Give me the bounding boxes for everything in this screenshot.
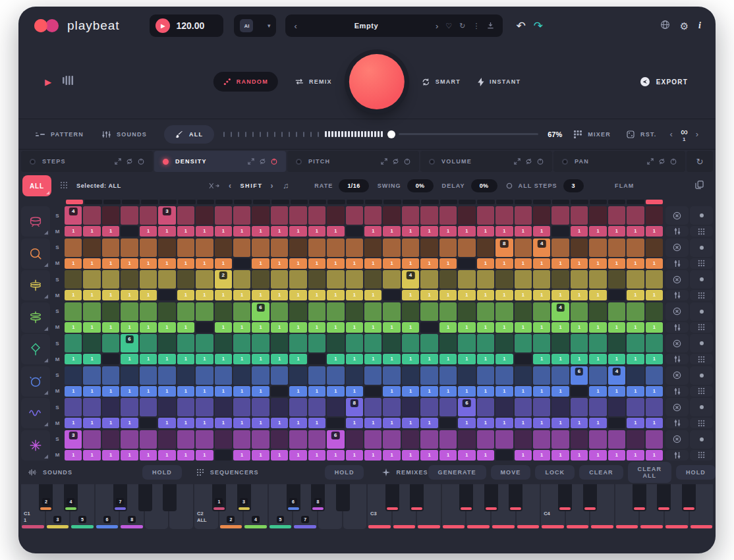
step-value[interactable]: 1	[515, 290, 532, 300]
piano-black-key[interactable]: 7	[113, 484, 127, 511]
step-value[interactable]: 1	[83, 322, 100, 333]
note-value-icon[interactable]: ♫	[283, 181, 289, 190]
step-value[interactable]: 1	[140, 322, 157, 333]
step-value[interactable]: 1	[121, 258, 138, 269]
select-all-button[interactable]: ALL	[22, 175, 51, 196]
density-step[interactable]	[121, 270, 138, 289]
density-step[interactable]	[140, 206, 157, 225]
density-step[interactable]	[289, 366, 306, 385]
track-random-button[interactable]	[690, 398, 713, 416]
density-step[interactable]	[458, 206, 475, 225]
step-value[interactable]: 1	[121, 386, 138, 397]
density-step[interactable]	[233, 430, 250, 449]
density-step[interactable]	[215, 366, 232, 385]
step-value[interactable]	[271, 386, 288, 397]
bpm-display[interactable]: ▶ 120.00	[150, 14, 223, 37]
solo-button[interactable]: S	[55, 302, 59, 321]
piano-black-key[interactable]	[583, 484, 597, 511]
step-value[interactable]	[439, 418, 457, 428]
track-random-button[interactable]	[690, 238, 713, 257]
step-value[interactable]: 1	[477, 386, 494, 397]
density-step[interactable]	[158, 398, 175, 416]
loop-icon[interactable]	[392, 158, 399, 165]
density-step[interactable]	[158, 302, 175, 321]
density-step[interactable]	[158, 270, 175, 289]
step-value[interactable]: 1	[571, 354, 588, 364]
density-step[interactable]	[271, 206, 288, 225]
step-value[interactable]: 1	[177, 258, 194, 269]
piano-black-key[interactable]	[633, 484, 646, 511]
step-value[interactable]: 1	[627, 226, 644, 237]
step-value[interactable]: 1	[346, 418, 363, 428]
ai-dropdown[interactable]: AI ▾	[234, 14, 276, 37]
fx-icon[interactable]	[21, 430, 50, 461]
step-value[interactable]: 1	[65, 226, 82, 237]
density-step[interactable]	[83, 398, 100, 416]
waveform-icon[interactable]	[21, 398, 50, 428]
density-step[interactable]	[439, 206, 457, 225]
step-value[interactable]: 1	[140, 226, 157, 237]
density-step[interactable]	[515, 302, 532, 321]
step-value[interactable]: 1	[420, 354, 438, 364]
step-value[interactable]: 1	[551, 322, 569, 333]
remix-mode-button[interactable]: REMIX	[295, 78, 332, 85]
track-mixer-button[interactable]	[665, 450, 689, 461]
density-step[interactable]	[233, 270, 250, 289]
density-step[interactable]: 2	[215, 270, 232, 289]
step-value[interactable]: 1	[364, 226, 381, 237]
track-mixer-button[interactable]	[665, 258, 689, 269]
step-value[interactable]: 1	[196, 386, 213, 397]
density-step[interactable]	[477, 238, 494, 257]
step-value[interactable]: 1	[608, 386, 625, 397]
density-step[interactable]	[589, 302, 606, 321]
step-value[interactable]: 1	[383, 386, 400, 397]
piano-black-key[interactable]: 2	[39, 484, 53, 511]
density-step[interactable]	[252, 398, 269, 416]
density-step[interactable]	[102, 238, 119, 257]
step-value[interactable]: 1	[477, 354, 494, 364]
step-value[interactable]: 1	[327, 322, 344, 333]
random-mode-button[interactable]: RANDOM	[213, 72, 278, 92]
density-step[interactable]	[233, 238, 250, 257]
density-step[interactable]	[177, 334, 194, 352]
shift-right-button[interactable]: ›	[271, 181, 275, 190]
density-step[interactable]	[196, 206, 213, 225]
density-step[interactable]	[121, 398, 138, 416]
step-value[interactable]: 1	[589, 322, 606, 333]
mute-button[interactable]: M	[55, 354, 60, 364]
mute-button[interactable]: M	[55, 450, 60, 461]
step-value[interactable]: 1	[289, 322, 306, 333]
step-value[interactable]: 1	[177, 418, 194, 428]
density-step[interactable]	[477, 206, 494, 225]
step-value[interactable]: 1	[420, 418, 438, 428]
step-value[interactable]: 1	[83, 450, 100, 461]
density-step[interactable]	[271, 366, 288, 385]
density-step[interactable]	[646, 302, 663, 321]
step-value[interactable]: 1	[308, 226, 325, 237]
density-step[interactable]	[589, 398, 606, 416]
density-step[interactable]	[327, 206, 344, 225]
track-clear-button[interactable]	[665, 398, 689, 416]
density-step[interactable]	[346, 206, 363, 225]
preset-prev-button[interactable]: ‹	[294, 22, 296, 30]
step-value[interactable]: 1	[83, 226, 100, 237]
density-step[interactable]	[252, 366, 269, 385]
density-step[interactable]	[533, 206, 550, 225]
step-value[interactable]: 1	[140, 290, 157, 300]
regenerate-all-button[interactable]: ↻	[687, 151, 713, 172]
density-step[interactable]	[589, 334, 606, 352]
step-value[interactable]: 1	[252, 418, 269, 428]
density-step[interactable]	[215, 334, 232, 352]
density-step[interactable]: 8	[346, 398, 363, 416]
step-value[interactable]	[608, 290, 625, 300]
density-step[interactable]	[627, 302, 644, 321]
density-step[interactable]	[252, 238, 269, 257]
step-value[interactable]	[140, 418, 157, 428]
density-step[interactable]	[177, 398, 194, 416]
density-step[interactable]	[608, 270, 625, 289]
step-value[interactable]: 1	[252, 450, 269, 461]
step-value[interactable]: 1	[589, 226, 606, 237]
density-step[interactable]	[533, 430, 550, 449]
step-value[interactable]: 1	[65, 354, 82, 364]
density-step[interactable]	[177, 366, 194, 385]
